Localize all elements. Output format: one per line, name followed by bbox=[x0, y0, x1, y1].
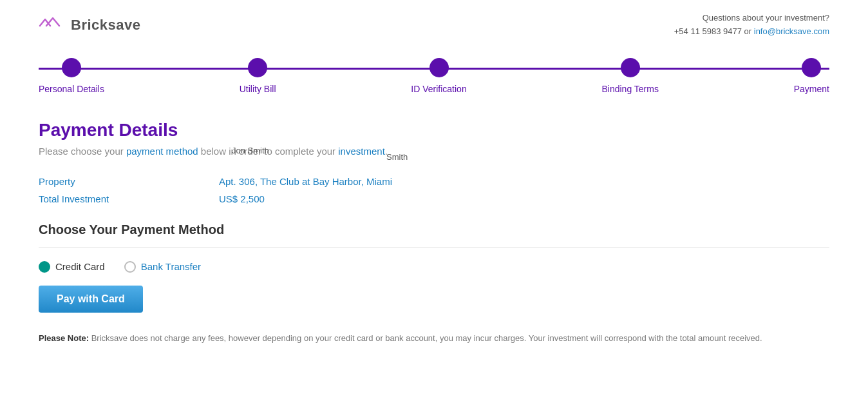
subtitle-payment: payment method bbox=[126, 146, 198, 157]
contact-or: or bbox=[744, 26, 754, 36]
bank-transfer-radio[interactable] bbox=[124, 261, 136, 273]
step-dot-3 bbox=[429, 58, 449, 77]
bank-transfer-label: Bank Transfer bbox=[141, 261, 201, 272]
subtitle: Please choose your payment method below … bbox=[39, 146, 829, 157]
progress-step-5: Payment bbox=[794, 58, 829, 94]
property-row: Property Apt. 306, The Club at Bay Harbo… bbox=[39, 176, 829, 187]
progress-bar: Personal Details Utility Bill ID Verific… bbox=[0, 45, 868, 101]
contact-email[interactable]: info@bricksave.com bbox=[754, 26, 829, 36]
pay-with-card-button[interactable]: Pay with Card bbox=[39, 286, 143, 313]
contact-phone: +54 11 5983 9477 bbox=[674, 26, 742, 36]
header: Bricksave Questions about your investmen… bbox=[0, 0, 868, 45]
logo-text: Bricksave bbox=[71, 17, 140, 34]
credit-card-option[interactable]: Credit Card bbox=[39, 261, 105, 273]
property-label: Property bbox=[39, 176, 219, 187]
note-text: Bricksave does not charge any fees, howe… bbox=[89, 333, 762, 343]
subtitle-text: Please choose your bbox=[39, 146, 126, 157]
bank-transfer-option[interactable]: Bank Transfer bbox=[124, 261, 201, 273]
investment-row: Total Investment US$ 2,500 bbox=[39, 193, 829, 204]
step-label-4: Binding Terms bbox=[601, 84, 658, 94]
investment-value: US$ 2,500 bbox=[219, 193, 265, 204]
progress-track: Personal Details Utility Bill ID Verific… bbox=[39, 58, 829, 94]
choose-payment-title: Choose Your Payment Method bbox=[39, 222, 829, 237]
credit-card-radio[interactable] bbox=[39, 261, 50, 273]
logo: Bricksave bbox=[39, 14, 140, 36]
step-dot-2 bbox=[248, 58, 267, 77]
main-content: Payment Details Jon Smith Smith Please c… bbox=[0, 101, 868, 365]
step-dot-1 bbox=[62, 58, 81, 77]
step-label-5: Payment bbox=[794, 84, 829, 94]
progress-step-2: Utility Bill bbox=[240, 58, 276, 94]
subtitle-investment: investment bbox=[338, 146, 385, 157]
step-label-2: Utility Bill bbox=[240, 84, 276, 94]
logo-icon bbox=[39, 14, 66, 36]
property-section: Property Apt. 306, The Club at Bay Harbo… bbox=[39, 176, 829, 204]
step-label-3: ID Verification bbox=[411, 84, 466, 94]
floating-name-jon: Jon Smith bbox=[232, 146, 269, 155]
progress-step-1: Personal Details bbox=[39, 58, 104, 94]
payment-options: Credit Card Bank Transfer bbox=[39, 261, 829, 273]
property-value: Apt. 306, The Club at Bay Harbor, Miami bbox=[219, 176, 392, 187]
note-section: Please Note: Bricksave does not charge a… bbox=[39, 332, 811, 346]
header-contact: Questions about your investment? +54 11 … bbox=[674, 12, 829, 39]
step-label-1: Personal Details bbox=[39, 84, 104, 94]
page-title: Payment Details bbox=[39, 120, 829, 141]
step-dot-5 bbox=[802, 58, 821, 77]
progress-step-4: Binding Terms bbox=[601, 58, 658, 94]
note-bold: Please Note: bbox=[39, 333, 89, 343]
contact-question: Questions about your investment? bbox=[674, 12, 829, 25]
floating-name-smith: Smith bbox=[386, 152, 408, 162]
credit-card-label: Credit Card bbox=[55, 261, 105, 272]
progress-step-3: ID Verification bbox=[411, 58, 466, 94]
divider bbox=[39, 248, 829, 248]
investment-label: Total Investment bbox=[39, 193, 219, 204]
step-dot-4 bbox=[621, 58, 640, 77]
